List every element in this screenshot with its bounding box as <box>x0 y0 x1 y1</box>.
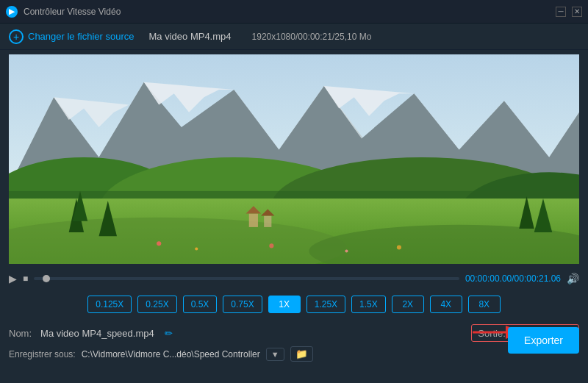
speed-button-0125X[interactable]: 0.125X <box>87 296 132 313</box>
add-source-label: Changer le fichier source <box>28 31 135 42</box>
edit-icon[interactable]: ✏ <box>165 328 173 339</box>
save-path: C:\Vidmore\Vidmore C...déo\Speed Control… <box>82 349 260 359</box>
timeline-bar[interactable] <box>34 277 459 280</box>
speed-button-4X[interactable]: 4X <box>430 296 462 313</box>
svg-point-24 <box>195 247 198 250</box>
file-meta: 1920x1080/00:00:21/25,10 Mo <box>252 32 372 42</box>
svg-point-26 <box>345 250 348 253</box>
bottom-area: Nom: Ma video MP4_speed.mp4 ✏ Sortie: Au… <box>0 320 588 365</box>
mountain-scene <box>9 54 579 264</box>
export-button[interactable]: Exporter <box>508 327 579 354</box>
svg-rect-16 <box>264 216 271 227</box>
video-preview <box>9 54 579 264</box>
add-source-button[interactable]: + Changer le fichier source <box>9 29 135 44</box>
file-name: Ma video MP4.mp4 <box>149 31 232 42</box>
speed-button-2X[interactable]: 2X <box>392 296 424 313</box>
progress-indicator <box>43 275 50 282</box>
minimize-button[interactable]: ─ <box>556 7 566 17</box>
time-display: 00:00:00.00/00:00:21.06 <box>465 273 561 284</box>
progress-bar-area: ▶ ■ 00:00:00.00/00:00:21.06 🔊 <box>0 268 588 289</box>
nom-label: Nom: <box>9 328 32 339</box>
app-title: Contrôleur Vitesse Vidéo <box>24 7 556 17</box>
close-button[interactable]: ✕ <box>572 7 582 17</box>
app-icon: ▶ <box>6 6 18 18</box>
titlebar: ▶ Contrôleur Vitesse Vidéo ─ ✕ <box>0 0 588 24</box>
window-controls: ─ ✕ <box>556 7 582 17</box>
sortie-label: Sortie: <box>478 328 506 339</box>
name-row: Nom: Ma video MP4_speed.mp4 ✏ Sortie: Au… <box>9 324 579 342</box>
speed-button-025X[interactable]: 0.25X <box>137 296 176 313</box>
plus-circle-icon: + <box>9 29 24 44</box>
svg-rect-14 <box>249 214 258 227</box>
speed-controls: 0.125X0.25X0.5X0.75X1X1.25X1.5X2X4X8X <box>0 289 588 320</box>
volume-icon[interactable]: 🔊 <box>567 273 579 284</box>
svg-point-23 <box>157 241 161 246</box>
save-label: Enregistrer sous: <box>9 349 76 359</box>
speed-button-05X[interactable]: 0.5X <box>183 296 218 313</box>
svg-point-27 <box>397 245 401 249</box>
nom-value: Ma video MP4_speed.mp4 <box>40 328 154 339</box>
play-button[interactable]: ▶ <box>9 273 17 284</box>
speed-button-1X[interactable]: 1X <box>268 296 301 313</box>
browse-button[interactable]: 📁 <box>290 346 313 362</box>
speed-button-15X[interactable]: 1.5X <box>351 296 386 313</box>
speed-button-075X[interactable]: 0.75X <box>223 296 262 313</box>
speed-button-125X[interactable]: 1.25X <box>306 296 345 313</box>
speed-button-8X[interactable]: 8X <box>468 296 501 313</box>
stop-button[interactable]: ■ <box>23 273 28 284</box>
toolbar: + Changer le fichier source Ma video MP4… <box>0 24 588 50</box>
svg-point-25 <box>269 243 273 248</box>
save-row: Enregistrer sous: C:\Vidmore\Vidmore C..… <box>9 346 579 362</box>
mountain-svg <box>9 54 579 264</box>
folder-dropdown[interactable]: ▼ <box>266 348 284 361</box>
